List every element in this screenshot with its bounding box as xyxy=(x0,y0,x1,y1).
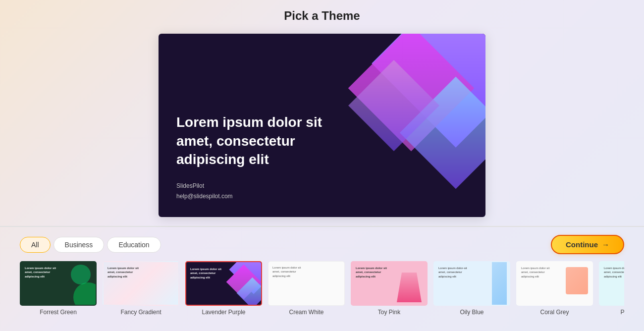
thumb-fancy-text: Lorem ipsum dolor sitamet, consecteturad… xyxy=(107,266,139,278)
thumb-oily-shape xyxy=(477,262,507,306)
tab-education[interactable]: Education xyxy=(107,237,161,253)
tab-all[interactable]: All xyxy=(20,237,51,253)
theme-card-oily-blue[interactable]: Lorem ipsum dolor-sitamet, consecteturad… xyxy=(433,261,510,316)
theme-name-coral-grey: Coral Grey xyxy=(540,309,569,316)
theme-name-powder-blue: Powder Blue xyxy=(620,309,624,316)
preview-title-text: Lorem ipsum dolor sit amet, consectetur … xyxy=(176,113,322,169)
continue-arrow-icon: → xyxy=(602,240,609,249)
preview-shapes xyxy=(338,34,485,217)
theme-name-oily-blue: Oily Blue xyxy=(460,309,483,316)
theme-card-lavender-purple[interactable]: Lorem ipsum dolor sitamet, consecteturad… xyxy=(185,261,262,316)
thumb-forrest-shape1 xyxy=(73,282,97,306)
preview-left-panel: Lorem ipsum dolor sit amet, consectetur … xyxy=(159,34,338,217)
theme-card-fancy-gradient[interactable]: Lorem ipsum dolor sitamet, consecteturad… xyxy=(103,261,179,316)
theme-thumb-powder-blue: Lorem ipsum dolor sitamet, consecteturad… xyxy=(599,261,624,306)
filter-tabs: All Business Education xyxy=(20,237,161,253)
thumb-toy-pink-shape xyxy=(397,273,422,302)
theme-thumb-oily-blue: Lorem ipsum dolor-sitamet, consecteturad… xyxy=(433,261,510,306)
theme-thumb-cream-white: Lorem ipsum dolor sitamet, consecteturad… xyxy=(268,261,345,306)
preview-footer-line2: help@slidespilot.com xyxy=(176,191,322,201)
theme-name-forrest-green: Forrest Green xyxy=(40,309,77,316)
theme-name-toy-pink: Toy Pink xyxy=(378,309,400,316)
theme-thumb-toy-pink: Lorem ipsum dolor sitamet, consecteturad… xyxy=(351,261,428,306)
theme-name-lavender-purple: Lavender Purple xyxy=(202,309,245,316)
theme-thumb-lavender-purple: Lorem ipsum dolor sitamet, consecteturad… xyxy=(185,261,262,306)
theme-name-fancy-gradient: Fancy Gradient xyxy=(120,309,161,316)
theme-thumb-coral-grey: Lorem ipsum dolor sitamet, consecteturad… xyxy=(516,261,593,306)
preview-right-panel xyxy=(338,34,485,217)
thumb-cream-text: Lorem ipsum dolor sitamet, consecteturad… xyxy=(272,266,301,278)
thumb-forrest-text: Lorem ipsum dolor sitamet, consecteturad… xyxy=(25,266,56,278)
theme-preview: Lorem ipsum dolor sit amet, consectetur … xyxy=(159,34,485,217)
thumb-forrest-shape2 xyxy=(71,265,91,284)
thumb-toy-pink-text: Lorem ipsum dolor sitamet, consecteturad… xyxy=(356,266,387,278)
theme-card-coral-grey[interactable]: Lorem ipsum dolor sitamet, consecteturad… xyxy=(516,261,593,316)
theme-card-forrest-green[interactable]: Lorem ipsum dolor sitamet, consecteturad… xyxy=(20,261,97,316)
thumb-powder-text: Lorem ipsum dolor sitamet, consecteturad… xyxy=(604,266,624,278)
theme-name-cream-white: Cream White xyxy=(289,309,323,316)
page-title: Pick a Theme xyxy=(284,9,360,23)
thumb-lavender-text: Lorem ipsum dolor sitamet, consecteturad… xyxy=(190,267,221,279)
thumb-coral-text: Lorem ipsum dolor sitamet, consecteturad… xyxy=(521,266,549,278)
continue-button[interactable]: Continue → xyxy=(551,235,624,254)
themes-row: Lorem ipsum dolor sitamet, consecteturad… xyxy=(20,261,624,316)
theme-card-toy-pink[interactable]: Lorem ipsum dolor sitamet, consecteturad… xyxy=(351,261,428,316)
tab-business[interactable]: Business xyxy=(54,237,105,253)
bottom-section: All Business Education Continue → Lorem … xyxy=(0,227,644,316)
theme-thumb-forrest-green: Lorem ipsum dolor sitamet, consecteturad… xyxy=(20,261,97,306)
theme-card-powder-blue[interactable]: Lorem ipsum dolor sitamet, consecteturad… xyxy=(599,261,624,316)
theme-thumb-fancy-gradient: Lorem ipsum dolor sitamet, consecteturad… xyxy=(103,261,179,306)
thumb-coral-shape xyxy=(566,267,588,294)
thumb-oily-text: Lorem ipsum dolor-sitamet, consecteturad… xyxy=(438,266,467,278)
filter-row: All Business Education Continue → xyxy=(20,235,624,254)
continue-label: Continue xyxy=(566,240,598,249)
preview-footer-line1: SlidesPilot xyxy=(176,181,322,191)
theme-card-cream-white[interactable]: Lorem ipsum dolor sitamet, consecteturad… xyxy=(268,261,345,316)
preview-footer: SlidesPilot help@slidespilot.com xyxy=(176,181,322,201)
